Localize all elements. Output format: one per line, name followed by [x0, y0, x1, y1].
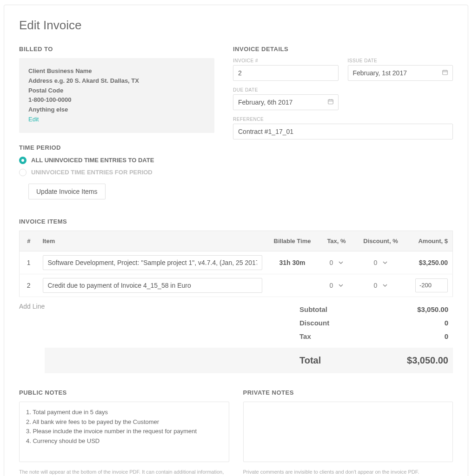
- table-row: 1 31h 30m 0 0: [20, 251, 453, 274]
- add-line-link[interactable]: Add Line: [19, 303, 45, 310]
- invoice-details-label: INVOICE DETAILS: [233, 46, 453, 53]
- invoice-items-table: # Item Billable Time Tax, % Discount, % …: [19, 231, 453, 297]
- tax-value: 0: [330, 282, 333, 289]
- col-amount: Amount, $: [406, 231, 453, 251]
- billed-line: Anything else: [28, 105, 205, 115]
- chevron-down-icon: [339, 282, 343, 289]
- tax-value: 0: [330, 259, 333, 266]
- radio-off-icon: [19, 169, 27, 176]
- chevron-down-icon: [383, 259, 387, 266]
- billed-line: Client Business Name: [28, 66, 205, 76]
- discount-value: 0: [392, 319, 448, 327]
- radio-label: UNINVOICED TIME ENTRIES FOR PERIOD: [31, 169, 153, 176]
- discount-value: 0: [374, 259, 378, 266]
- discount-value: 0: [374, 282, 378, 289]
- radio-uninvoiced-period[interactable]: UNINVOICED TIME ENTRIES FOR PERIOD: [19, 169, 214, 176]
- chevron-down-icon: [339, 259, 343, 266]
- issue-date-input[interactable]: [348, 65, 453, 81]
- subtotal-label: Subtotal: [299, 305, 392, 313]
- public-notes-hint: The note will appear at the bottom of th…: [19, 468, 229, 476]
- subtotal-value: $3,050.00: [392, 305, 448, 313]
- invoice-num-input[interactable]: [233, 65, 339, 81]
- chevron-down-icon: [383, 282, 387, 289]
- billed-to-label: BILLED TO: [19, 46, 214, 53]
- private-notes-hint: Private comments are invisible to client…: [243, 468, 453, 476]
- billed-to-box: Client Business Name Address e.g. 20 S. …: [19, 58, 214, 133]
- table-row: 2 0 0: [20, 274, 453, 297]
- private-notes-input[interactable]: [243, 402, 453, 462]
- amount-cell: $3,250.00: [406, 251, 453, 274]
- billed-line: Address e.g. 20 S. Akard St. Dallas, TX: [28, 76, 205, 86]
- tax-value: 0: [392, 332, 448, 340]
- issue-date-label: ISSUE DATE: [348, 58, 453, 63]
- private-notes-label: PRIVATE NOTES: [243, 389, 453, 396]
- billed-line: Postal Code: [28, 86, 205, 96]
- invoice-num-label: INVOICE #: [233, 58, 339, 63]
- public-notes-input[interactable]: [19, 402, 229, 462]
- reference-input[interactable]: [233, 124, 453, 139]
- col-billable: Billable Time: [267, 231, 318, 251]
- discount-select[interactable]: 0: [374, 282, 388, 289]
- update-invoice-items-button[interactable]: Update Invoice Items: [28, 184, 106, 199]
- tax-select[interactable]: 0: [330, 282, 344, 289]
- due-date-input[interactable]: [233, 94, 339, 110]
- billed-line: 1-800-100-0000: [28, 95, 205, 105]
- col-discount: Discount, %: [355, 231, 406, 251]
- tax-select[interactable]: 0: [330, 259, 344, 266]
- time-period-label: TIME PERIOD: [19, 144, 214, 151]
- billable-time: [267, 274, 318, 297]
- amount-input[interactable]: [415, 278, 448, 292]
- total-value: $3,050.00: [392, 355, 448, 366]
- invoice-items-label: INVOICE ITEMS: [19, 218, 453, 225]
- col-num: #: [20, 231, 38, 251]
- due-date-label: DUE DATE: [233, 87, 339, 93]
- radio-all-uninvoiced[interactable]: ALL UNINVOICED TIME ENTRIES TO DATE: [19, 157, 214, 164]
- invoice-card: Edit Invoice BILLED TO Client Business N…: [4, 5, 468, 476]
- discount-select[interactable]: 0: [374, 259, 388, 266]
- row-num: 2: [20, 274, 38, 297]
- tax-label: Tax: [299, 332, 392, 340]
- radio-label: ALL UNINVOICED TIME ENTRIES TO DATE: [31, 157, 154, 164]
- col-tax: Tax, %: [318, 231, 355, 251]
- total-label: Total: [299, 355, 392, 366]
- public-notes-label: PUBLIC NOTES: [19, 389, 229, 396]
- item-description-input[interactable]: [43, 278, 262, 293]
- reference-label: REFERENCE: [233, 117, 453, 122]
- row-num: 1: [20, 251, 38, 274]
- edit-billed-link[interactable]: Edit: [28, 115, 205, 125]
- page-title: Edit Invoice: [19, 18, 453, 33]
- col-item: Item: [38, 231, 267, 251]
- billable-time: 31h 30m: [267, 251, 318, 274]
- discount-label: Discount: [299, 319, 392, 327]
- item-description-input[interactable]: [43, 255, 262, 270]
- radio-on-icon: [19, 157, 27, 164]
